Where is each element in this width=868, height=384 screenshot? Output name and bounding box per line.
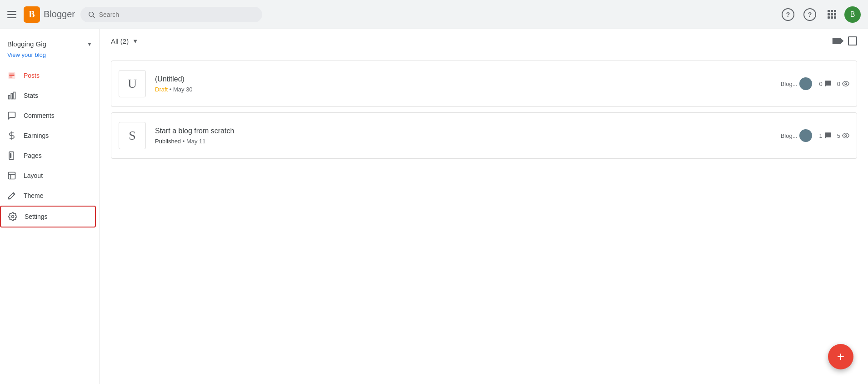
svg-rect-4 — [9, 75, 15, 76]
post-right-2: Blog... 1 5 — [781, 129, 849, 142]
svg-rect-7 — [11, 93, 12, 99]
blogger-logo-icon: B — [24, 6, 40, 23]
filter-arrow-icon: ▼ — [132, 38, 138, 45]
author-avatar-2 — [799, 129, 812, 142]
svg-point-19 — [845, 135, 847, 136]
main-layout: Blogging Gig ▼ View your blog Posts — [0, 29, 868, 384]
blog-dropdown-arrow: ▼ — [87, 41, 92, 47]
help-circle-icon: ? — [782, 8, 794, 21]
svg-point-0 — [89, 12, 94, 16]
post-list: U (Untitled) Draft • May 30 Blog... — [100, 53, 868, 172]
search-input[interactable] — [99, 11, 255, 18]
sidebar-item-stats[interactable]: Stats — [0, 86, 96, 106]
header: B Blogger ? ? B — [0, 0, 868, 29]
views-stat-1: 0 — [837, 80, 849, 87]
post-title-2: Start a blog from scratch — [155, 127, 772, 135]
comments-stat-1: 0 — [819, 80, 832, 87]
post-title-1: (Untitled) — [155, 75, 772, 83]
view-blog-link[interactable]: View your blog — [0, 50, 100, 66]
sidebar-item-layout[interactable]: Layout — [0, 166, 96, 186]
post-meta-1: Draft • May 30 — [155, 86, 772, 93]
posts-icon — [7, 71, 16, 80]
sidebar-item-posts-label: Posts — [24, 72, 40, 79]
sidebar-item-earnings[interactable]: Earnings — [0, 126, 96, 146]
svg-rect-6 — [9, 96, 10, 99]
blog-name: Blogging Gig — [7, 40, 46, 48]
stats-icon — [7, 91, 16, 100]
view-icon-1 — [842, 80, 849, 87]
svg-rect-5 — [9, 77, 13, 78]
blogger-logo-text: Blogger — [44, 9, 75, 20]
select-all-checkbox[interactable] — [848, 36, 857, 45]
layout-icon — [7, 171, 16, 180]
theme-icon — [7, 191, 16, 200]
apps-button[interactable] — [823, 5, 841, 24]
comment-icon-2 — [824, 132, 832, 139]
settings-icon — [8, 212, 17, 221]
sidebar-item-posts[interactable]: Posts — [0, 66, 96, 86]
svg-point-17 — [12, 216, 14, 218]
post-info-2: Start a blog from scratch Published • Ma… — [155, 127, 772, 145]
post-meta-2: Published • May 11 — [155, 138, 772, 145]
post-info-1: (Untitled) Draft • May 30 — [155, 75, 772, 93]
user-avatar[interactable]: B — [844, 6, 861, 23]
search-icon — [88, 10, 95, 19]
header-left: B Blogger — [7, 6, 393, 23]
post-stats-1: 0 0 — [819, 80, 849, 87]
apps-grid-icon — [828, 10, 836, 19]
sidebar-item-comments[interactable]: Comments — [0, 106, 96, 126]
comments-count-2: 1 — [819, 132, 823, 139]
post-thumbnail-2: S — [119, 122, 146, 149]
post-author-2: Blog... — [781, 129, 812, 142]
menu-button[interactable] — [7, 9, 18, 20]
post-date-1: • May 30 — [170, 86, 193, 93]
sidebar-item-theme[interactable]: Theme — [0, 186, 96, 206]
comments-stat-2: 1 — [819, 132, 832, 139]
svg-point-18 — [845, 83, 847, 85]
views-stat-2: 5 — [837, 132, 849, 139]
comment-icon-1 — [824, 80, 832, 87]
sidebar-nav: Posts Stats Comments — [0, 66, 100, 227]
sidebar-item-theme-label: Theme — [24, 192, 44, 199]
filter-dropdown[interactable]: All (2) ▼ — [111, 37, 138, 45]
post-date-2: • May 11 — [183, 138, 206, 145]
svg-rect-12 — [9, 172, 15, 179]
post-card-1[interactable]: U (Untitled) Draft • May 30 Blog... — [111, 61, 857, 107]
sidebar-item-comments-label: Comments — [24, 112, 55, 119]
label-button[interactable] — [832, 36, 844, 45]
label-icon — [832, 36, 844, 45]
post-author-label-1: Blog... — [781, 81, 798, 87]
post-stats-2: 1 5 — [819, 132, 849, 139]
pages-icon — [7, 151, 16, 160]
post-status-2: Published — [155, 138, 181, 145]
sidebar-item-settings-label: Settings — [25, 213, 48, 220]
blogger-logo: B Blogger — [24, 6, 75, 23]
svg-rect-11 — [10, 153, 11, 158]
sidebar-item-settings[interactable]: Settings — [0, 206, 96, 227]
post-right-1: Blog... 0 0 — [781, 77, 849, 90]
sidebar-item-layout-label: Layout — [24, 172, 43, 179]
help-button[interactable]: ? — [801, 5, 819, 24]
author-avatar-1 — [799, 77, 812, 90]
content-toolbar: All (2) ▼ — [100, 29, 868, 53]
toolbar-actions — [832, 36, 857, 45]
filter-label: All (2) — [111, 37, 129, 45]
svg-line-1 — [93, 16, 95, 18]
svg-rect-10 — [9, 152, 14, 160]
post-author-1: Blog... — [781, 77, 812, 90]
content-area: All (2) ▼ U ( — [100, 29, 868, 384]
search-bar[interactable] — [80, 7, 262, 22]
help-button-center[interactable]: ? — [779, 5, 797, 24]
comments-icon — [7, 111, 16, 120]
view-icon-2 — [842, 132, 849, 139]
post-status-1: Draft — [155, 86, 168, 93]
blog-selector[interactable]: Blogging Gig ▼ — [0, 36, 100, 50]
sidebar: Blogging Gig ▼ View your blog Posts — [0, 29, 100, 384]
sidebar-item-stats-label: Stats — [24, 92, 38, 99]
views-count-1: 0 — [837, 81, 840, 87]
create-post-fab[interactable]: + — [828, 344, 853, 369]
sidebar-item-pages[interactable]: Pages — [0, 146, 96, 166]
post-card-2[interactable]: S Start a blog from scratch Published • … — [111, 112, 857, 159]
post-author-label-2: Blog... — [781, 132, 798, 139]
views-count-2: 5 — [837, 132, 840, 139]
